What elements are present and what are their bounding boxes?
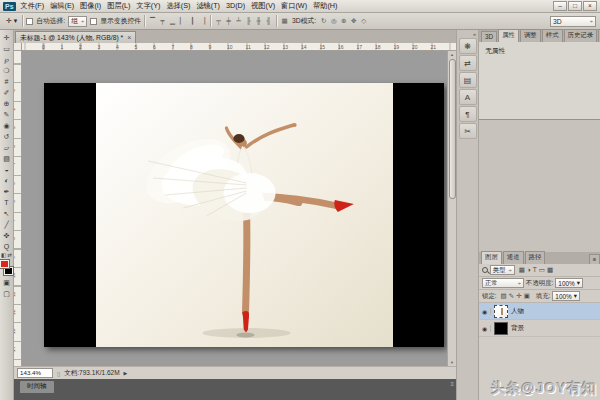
close-button[interactable]: × bbox=[583, 1, 597, 11]
tab-3D[interactable]: 3D bbox=[481, 31, 497, 42]
workspace-switcher[interactable]: 3D ÷ bbox=[550, 16, 596, 27]
align-vertical-centers-icon[interactable]: ┯ bbox=[158, 15, 167, 27]
layers-panel-menu-icon[interactable]: ≡ bbox=[589, 254, 600, 264]
menu-item[interactable]: 文件(F) bbox=[21, 1, 45, 11]
align-right-edges-icon[interactable]: ▕ bbox=[198, 15, 207, 27]
layer-row-person[interactable]: ◉ 人物 bbox=[479, 303, 600, 320]
layer-thumbnail[interactable] bbox=[494, 305, 508, 318]
dock-character-panel-icon[interactable]: A bbox=[459, 89, 477, 105]
move-tool[interactable]: ✛ bbox=[0, 32, 13, 43]
layer-name[interactable]: 人物 bbox=[511, 307, 524, 316]
align-horizontal-centers-icon[interactable]: ┃ bbox=[188, 15, 197, 27]
background-color-swatch[interactable] bbox=[4, 267, 13, 275]
crop-tool[interactable]: # bbox=[0, 76, 13, 87]
distribute-left-icon[interactable]: ╟ bbox=[244, 15, 253, 27]
status-flyout-icon[interactable]: ▶ bbox=[124, 370, 128, 376]
clone-stamp-tool[interactable]: ◉ bbox=[0, 120, 13, 131]
dodge-tool[interactable]: ◐ bbox=[0, 175, 13, 186]
zoom-tool[interactable]: Q bbox=[0, 241, 13, 252]
scroll-up-icon[interactable]: ▲ bbox=[450, 51, 454, 58]
auto-align-layers-icon[interactable]: ▦ bbox=[280, 15, 289, 27]
layer-row-background[interactable]: ◉ 背景 bbox=[479, 320, 600, 337]
visibility-eye-icon[interactable]: ◉ bbox=[479, 308, 491, 315]
line-tool[interactable]: ╱ bbox=[0, 219, 13, 230]
healing-brush-tool[interactable]: ⊕ bbox=[0, 98, 13, 109]
eraser-tool[interactable]: ▱ bbox=[0, 142, 13, 153]
tab-通道[interactable]: 通道 bbox=[503, 251, 524, 264]
layer-name[interactable]: 背景 bbox=[511, 324, 524, 333]
gradient-tool[interactable]: ▨ bbox=[0, 153, 13, 164]
lock-position-icon[interactable]: ✛ bbox=[516, 292, 521, 300]
screen-mode-icon[interactable]: ▢ bbox=[0, 288, 13, 299]
auto-select-target-dropdown[interactable]: 组 ÷ bbox=[68, 16, 87, 27]
distribute-vertical-centers-icon[interactable]: ╪ bbox=[224, 15, 233, 27]
tab-样式[interactable]: 样式 bbox=[542, 29, 563, 42]
dock-paragraph-panel-icon[interactable]: ¶ bbox=[459, 106, 477, 122]
lock-all-icon[interactable]: ▣ bbox=[524, 292, 530, 300]
blur-tool[interactable]: ◒ bbox=[0, 164, 13, 175]
filter-smart-objects-icon[interactable]: ▩ bbox=[547, 266, 553, 274]
tab-图层[interactable]: 图层 bbox=[481, 251, 502, 264]
menu-item[interactable]: 视图(V) bbox=[251, 1, 275, 11]
history-brush-tool[interactable]: ↺ bbox=[0, 131, 13, 142]
menu-item[interactable]: 窗口(W) bbox=[281, 1, 307, 11]
tab-属性[interactable]: 属性 bbox=[498, 29, 519, 42]
tab-路径[interactable]: 路径 bbox=[525, 251, 546, 264]
tool-preset-picker[interactable]: ✛ ▾ bbox=[4, 17, 19, 25]
lock-transparent-pixels-icon[interactable]: ▨ bbox=[501, 292, 507, 300]
3d-scale-icon[interactable]: ◇ bbox=[359, 15, 368, 27]
distribute-right-icon[interactable]: ╢ bbox=[264, 15, 273, 27]
distribute-horizontal-centers-icon[interactable]: ╫ bbox=[254, 15, 263, 27]
menu-item[interactable]: 3D(D) bbox=[226, 1, 245, 11]
tab-历史记录[interactable]: 历史记录 bbox=[564, 29, 598, 42]
menu-item[interactable]: 滤镜(T) bbox=[196, 1, 220, 11]
dock-clone-source-panel-icon[interactable]: ⇄ bbox=[459, 55, 477, 71]
filter-adjustment-layers-icon[interactable]: ◑ bbox=[527, 266, 531, 274]
default-colors-icon[interactable]: ◧ bbox=[1, 252, 6, 259]
marquee-tool[interactable]: ▭ bbox=[0, 43, 13, 54]
document-tab[interactable]: 未标题-1 @ 143% (人物, RGB/8) * × bbox=[15, 31, 136, 43]
menu-item[interactable]: 图层(L) bbox=[107, 1, 130, 11]
3d-roll-icon[interactable]: ◎ bbox=[329, 15, 338, 27]
opacity-dropdown[interactable]: 100% ▾ bbox=[555, 278, 583, 288]
maximize-button[interactable]: □ bbox=[568, 1, 582, 11]
tab-调整[interactable]: 调整 bbox=[520, 29, 541, 42]
quick-mask-icon[interactable]: ▣ bbox=[0, 277, 13, 288]
timeline-menu-icon[interactable]: ≡ bbox=[450, 381, 454, 387]
filter-type-dropdown[interactable]: 类型 ÷ bbox=[490, 265, 515, 275]
blend-mode-dropdown[interactable]: 正常 ÷ bbox=[482, 278, 524, 288]
timeline-tab[interactable]: 时间轴 bbox=[20, 381, 54, 393]
filter-pixel-layers-icon[interactable]: ▦ bbox=[519, 266, 525, 274]
scrollbar-thumb[interactable] bbox=[449, 59, 456, 199]
scroll-down-icon[interactable]: ▼ bbox=[450, 359, 454, 366]
3d-drag-icon[interactable]: ⊕ bbox=[339, 15, 348, 27]
brush-tool[interactable]: ✎ bbox=[0, 109, 13, 120]
align-top-edges-icon[interactable]: ▔ bbox=[148, 15, 157, 27]
vertical-scrollbar[interactable]: ▲ ▼ bbox=[447, 51, 456, 366]
tab-close-icon[interactable]: × bbox=[127, 34, 131, 41]
distribute-bottom-icon[interactable]: ╧ bbox=[234, 15, 243, 27]
type-tool[interactable]: T bbox=[0, 197, 13, 208]
dock-brush-presets-panel-icon[interactable]: ❋ bbox=[459, 38, 477, 54]
zoom-level-field[interactable]: 143.4% bbox=[17, 368, 53, 378]
menu-item[interactable]: 选择(S) bbox=[166, 1, 190, 11]
auto-select-checkbox[interactable] bbox=[26, 18, 33, 25]
filter-shape-layers-icon[interactable]: ▭ bbox=[539, 266, 545, 274]
minimize-button[interactable]: – bbox=[553, 1, 567, 11]
dock-tool-presets-panel-icon[interactable]: ✂ bbox=[459, 123, 477, 139]
filter-type-layers-icon[interactable]: T bbox=[533, 266, 537, 274]
3d-slide-icon[interactable]: ✥ bbox=[349, 15, 358, 27]
foreground-color-swatch[interactable] bbox=[0, 260, 9, 268]
lock-image-pixels-icon[interactable]: ✎ bbox=[509, 292, 514, 300]
visibility-eye-icon[interactable]: ◉ bbox=[479, 325, 491, 332]
menu-item[interactable]: 图像(I) bbox=[80, 1, 101, 11]
quick-selection-tool[interactable]: ❍ bbox=[0, 65, 13, 76]
3d-rotate-icon[interactable]: ↻ bbox=[319, 15, 328, 27]
distribute-top-icon[interactable]: ╤ bbox=[214, 15, 223, 27]
open-document-canvas[interactable] bbox=[44, 83, 444, 347]
layer-thumbnail[interactable] bbox=[494, 322, 508, 335]
swap-colors-icon[interactable]: ⇄ bbox=[7, 252, 12, 259]
pen-tool[interactable]: ✒ bbox=[0, 186, 13, 197]
show-transform-checkbox[interactable] bbox=[90, 18, 97, 25]
align-bottom-edges-icon[interactable]: ▁ bbox=[168, 15, 177, 27]
